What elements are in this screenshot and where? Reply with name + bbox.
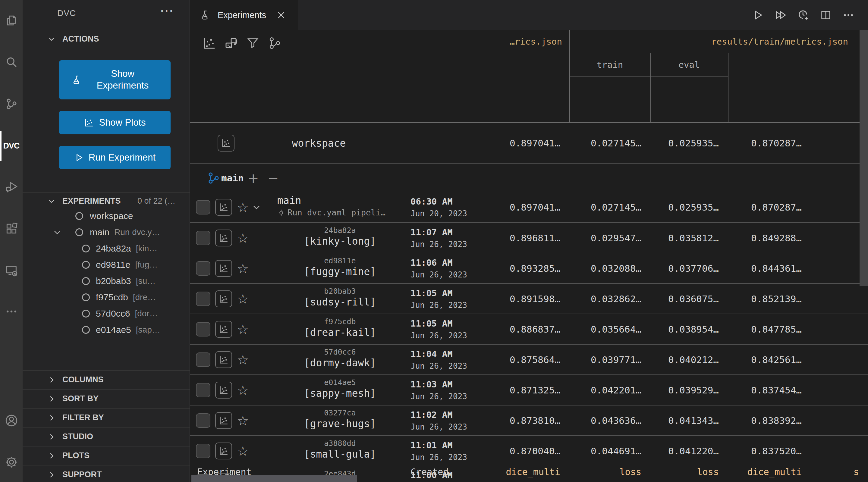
star-icon[interactable]: ☆ xyxy=(237,291,249,307)
subgroup-eval[interactable]: eval xyxy=(650,53,728,76)
chevron-down-icon[interactable] xyxy=(53,228,62,237)
table-row-b20bab3[interactable]: ☆b20bab3[sudsy-rill]11:05 AMJun 26, 2023… xyxy=(190,284,868,314)
column-divider[interactable] xyxy=(728,53,728,123)
plot-toggle-button[interactable] xyxy=(215,412,232,429)
star-icon[interactable]: ☆ xyxy=(237,382,249,398)
horizontal-scrollbar[interactable] xyxy=(191,475,357,482)
sidebar-section-plots[interactable]: PLOTS xyxy=(23,446,190,465)
sidebar-section-support[interactable]: SUPPORT xyxy=(23,465,190,482)
run-icon[interactable] xyxy=(748,0,768,30)
metric-value: 0.897041… xyxy=(494,202,569,213)
search-icon[interactable] xyxy=(0,47,23,77)
section-label: SORT BY xyxy=(62,394,98,404)
sidebar-section-studio[interactable]: STUDIO xyxy=(23,427,190,446)
tab-experiments[interactable]: Experiments xyxy=(190,0,298,30)
star-icon[interactable]: ☆ xyxy=(237,230,249,246)
experiment-name: [drear-kail] xyxy=(277,327,403,338)
row-checkbox[interactable] xyxy=(196,231,210,245)
plot-toggle-button[interactable] xyxy=(215,290,232,307)
table-row-ed9811e[interactable]: ☆ed9811e[fuggy-mine]11:06 AMJun 26, 2023… xyxy=(190,253,868,284)
chevron-right-icon xyxy=(47,452,56,460)
sidebar-item-b20bab3[interactable]: b20bab3[su… xyxy=(23,273,190,289)
row-checkbox[interactable] xyxy=(196,413,210,428)
table-row-main[interactable]: ☆mainRun dvc.yaml pipeli…06:30 AMJun 20,… xyxy=(190,192,868,223)
star-icon[interactable]: ☆ xyxy=(237,321,249,337)
more-views-icon[interactable] xyxy=(0,296,23,327)
run-all-icon[interactable] xyxy=(771,0,790,30)
sidebar-section-columns[interactable]: COLUMNS xyxy=(23,370,190,389)
sidebar-item-ed9811e[interactable]: ed9811e[fug… xyxy=(23,257,190,273)
scatter-plot-icon[interactable] xyxy=(202,36,216,51)
accounts-icon[interactable] xyxy=(0,406,23,436)
actions-section-header[interactable]: ACTIONS xyxy=(23,30,190,47)
star-icon[interactable]: ☆ xyxy=(237,413,249,428)
row-checkbox[interactable] xyxy=(196,352,210,367)
vertical-scrollbar[interactable] xyxy=(860,30,868,286)
row-checkbox[interactable] xyxy=(196,200,210,215)
more-actions-icon[interactable] xyxy=(839,0,858,30)
row-checkbox[interactable] xyxy=(196,383,210,397)
row-checkbox[interactable] xyxy=(196,322,210,336)
column-group-metrics-json[interactable]: …rics.json xyxy=(494,30,569,53)
table-row-workspace[interactable]: workspace0.897041…0.027145…0.025935…0.87… xyxy=(190,123,868,164)
column-divider[interactable] xyxy=(403,30,403,123)
sidebar-item-workspace[interactable]: workspace xyxy=(23,208,190,224)
close-icon[interactable] xyxy=(276,10,286,20)
table-row-a3880dd[interactable]: ☆a3880dd[small-gula]11:01 AMJun 26, 2023… xyxy=(190,436,868,466)
plot-toggle-button[interactable] xyxy=(215,199,232,216)
experiments-section-header[interactable]: EXPERIMENTS 0 of 22 (… xyxy=(23,192,190,210)
chevron-down-icon[interactable] xyxy=(252,203,261,212)
sidebar-more-actions-icon[interactable]: ⋯ xyxy=(160,2,174,19)
sidebar-item-24ba82a[interactable]: 24ba82a[kin… xyxy=(23,240,190,257)
show-experiments-button[interactable]: Show Experiments xyxy=(59,60,170,99)
clock-add-icon[interactable] xyxy=(794,0,813,30)
column-group-results-train-metrics-json[interactable]: results/train/metrics.json xyxy=(569,30,868,53)
sidebar-section-sort-by[interactable]: SORT BY xyxy=(23,389,190,408)
plot-toggle-button[interactable] xyxy=(215,443,232,459)
plot-toggle-button[interactable] xyxy=(215,321,232,338)
extensions-icon[interactable] xyxy=(0,213,23,244)
plot-toggle-button[interactable] xyxy=(215,230,232,247)
add-icon[interactable]: + xyxy=(248,170,259,186)
plot-toggle-button[interactable] xyxy=(215,382,232,398)
remote-explorer-icon[interactable] xyxy=(0,255,23,286)
row-checkbox[interactable] xyxy=(196,261,210,276)
dvc-view-icon[interactable]: DVC xyxy=(0,131,23,161)
sidebar-item-57d0cc6[interactable]: 57d0cc6[dor… xyxy=(23,306,190,322)
settings-gear-icon[interactable] xyxy=(0,447,23,477)
split-editor-icon[interactable] xyxy=(816,0,835,30)
table-row-e014ae5[interactable]: ☆e014ae5[sappy-mesh]11:03 AMJun 26, 2023… xyxy=(190,375,868,406)
metric-value: 0.838392… xyxy=(728,415,811,426)
metric-value: 0.897041… xyxy=(494,138,569,149)
table-row-03277ca[interactable]: ☆03277ca[grave-hugs]11:02 AMJun 26, 2023… xyxy=(190,406,868,436)
remove-icon[interactable]: − xyxy=(268,170,279,186)
star-icon[interactable]: ☆ xyxy=(237,200,249,215)
sidebar-item-main[interactable]: mainRun dvc.y… xyxy=(23,224,190,240)
sidebar-item-f975cdb[interactable]: f975cdb[dre… xyxy=(23,289,190,306)
plot-toggle-button[interactable] xyxy=(215,260,232,277)
show-plots-button[interactable]: Show Plots xyxy=(59,111,170,134)
star-icon[interactable]: ☆ xyxy=(237,261,249,276)
chevron-down-icon xyxy=(47,35,56,43)
row-checkbox[interactable] xyxy=(196,444,210,458)
star-icon[interactable]: ☆ xyxy=(237,352,249,367)
sidebar-section-filter-by[interactable]: FILTER BY xyxy=(23,408,190,427)
column-divider[interactable] xyxy=(811,53,811,123)
source-control-icon[interactable] xyxy=(0,89,23,119)
explorer-icon[interactable] xyxy=(0,5,23,36)
plot-toggle-button[interactable] xyxy=(215,351,232,368)
sidebar-item-e014ae5[interactable]: e014ae5[sap… xyxy=(23,322,190,338)
table-row-57d0cc6[interactable]: ☆57d0cc6[dormy-dawk]11:04 AMJun 26, 2023… xyxy=(190,345,868,375)
row-checkbox[interactable] xyxy=(196,292,210,306)
star-icon[interactable]: ☆ xyxy=(237,443,249,458)
filter-icon[interactable] xyxy=(246,36,260,51)
subgroup-train[interactable]: train xyxy=(569,53,650,76)
dice-icon[interactable] xyxy=(224,36,238,51)
table-row-24ba82a[interactable]: ☆24ba82a[kinky-long]11:07 AMJun 26, 2023… xyxy=(190,223,868,253)
actions-section-label: ACTIONS xyxy=(62,34,99,44)
plot-toggle-button[interactable] xyxy=(218,135,235,152)
table-row-f975cdb[interactable]: ☆f975cdb[drear-kail]11:05 AMJun 26, 2023… xyxy=(190,314,868,345)
run-experiment-button[interactable]: Run Experiment xyxy=(59,146,170,169)
branch-icon[interactable] xyxy=(268,36,282,51)
run-and-debug-icon[interactable] xyxy=(0,171,23,201)
